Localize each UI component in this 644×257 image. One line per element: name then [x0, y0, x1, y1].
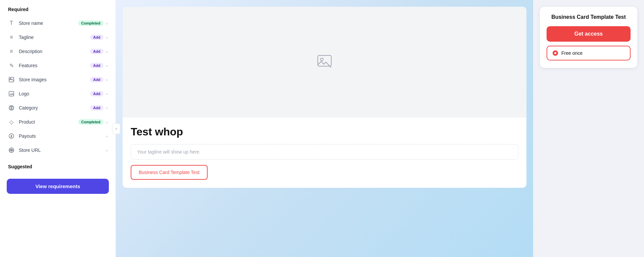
sidebar-item-label-payouts: Payouts — [19, 133, 106, 139]
chevron-icon-category: › — [106, 105, 108, 111]
tagline-placeholder: Your tagline will show up here. — [131, 144, 518, 160]
chevron-icon-description: › — [106, 49, 108, 54]
store-name-badge: Completed — [78, 20, 103, 26]
collapse-handle[interactable]: ‹ — [112, 123, 120, 134]
preview-product-title: Test whop — [131, 126, 518, 138]
sidebar-item-features[interactable]: ✎ Features Add › — [0, 58, 116, 73]
features-badge: Add — [90, 63, 103, 68]
description-badge: Add — [90, 49, 103, 54]
chevron-icon-product: › — [106, 120, 108, 125]
tagline-icon: ≡ — [8, 34, 15, 41]
image-placeholder-icon — [316, 53, 333, 72]
svg-rect-6 — [318, 55, 331, 66]
right-panel: Business Card Template Test Get access F… — [533, 0, 644, 257]
pricing-card: Business Card Template Test Get access F… — [540, 7, 637, 68]
chevron-icon-payouts: › — [106, 134, 108, 139]
description-icon: ≡ — [8, 48, 15, 55]
preview-image-placeholder — [123, 7, 526, 118]
store-url-icon — [8, 147, 15, 154]
category-badge: Add — [90, 105, 103, 111]
sidebar-item-label-store-name: Store name — [19, 20, 78, 26]
suggested-section-title: Suggested — [0, 163, 116, 173]
sidebar-item-label-tagline: Tagline — [19, 35, 90, 40]
chevron-icon-store-name: › — [106, 21, 108, 26]
chevron-icon-store-images: › — [106, 77, 108, 82]
sidebar-item-label-category: Category — [19, 105, 90, 111]
tagline-badge: Add — [90, 35, 103, 40]
main-content: Test whop Your tagline will show up here… — [116, 0, 533, 257]
sidebar-item-logo[interactable]: Logo Add › — [0, 87, 116, 101]
features-icon: ✎ — [8, 62, 15, 69]
sidebar-item-tagline[interactable]: ≡ Tagline Add › — [0, 30, 116, 44]
product-badge: Completed — [78, 119, 103, 125]
sidebar-item-category[interactable]: Category Add › — [0, 101, 116, 115]
chevron-icon-features: › — [106, 63, 108, 68]
sidebar-item-label-store-images: Store images — [19, 77, 90, 82]
sidebar-item-label-logo: Logo — [19, 91, 90, 96]
sidebar: Required T Store name Completed › ≡ Tagl… — [0, 0, 116, 257]
store-images-icon — [8, 76, 15, 83]
chevron-icon-logo: › — [106, 91, 108, 96]
sidebar-item-store-url[interactable]: Store URL › — [0, 143, 116, 157]
store-name-icon: T — [8, 20, 15, 27]
svg-rect-2 — [9, 91, 14, 96]
payouts-icon — [8, 133, 15, 139]
get-access-button[interactable]: Get access — [547, 26, 631, 42]
sidebar-item-label-store-url: Store URL — [19, 147, 106, 153]
product-icon: ◇ — [8, 119, 15, 125]
category-icon — [8, 104, 15, 111]
sidebar-item-store-name[interactable]: T Store name Completed › — [0, 16, 116, 30]
sidebar-item-description[interactable]: ≡ Description Add › — [0, 44, 116, 58]
preview-body: Test whop Your tagline will show up here… — [123, 118, 526, 188]
product-button-preview: Business Card Template Test — [131, 165, 208, 180]
svg-point-7 — [320, 58, 323, 61]
view-requirements-button[interactable]: View requirements — [7, 179, 109, 194]
sidebar-item-label-features: Features — [19, 63, 90, 68]
radio-dot — [553, 50, 558, 56]
logo-badge: Add — [90, 91, 103, 96]
sidebar-item-store-images[interactable]: Store images Add › — [0, 73, 116, 87]
preview-card: Test whop Your tagline will show up here… — [123, 7, 526, 188]
price-option[interactable]: Free once — [547, 46, 631, 60]
sidebar-item-product[interactable]: ◇ Product Completed › — [0, 115, 116, 129]
store-images-badge: Add — [90, 77, 103, 82]
pricing-card-title: Business Card Template Test — [547, 14, 631, 20]
logo-icon — [8, 90, 15, 97]
required-section-title: Required — [0, 7, 116, 16]
chevron-icon-store-url: › — [106, 148, 108, 153]
sidebar-item-label-product: Product — [19, 119, 78, 125]
price-label: Free once — [561, 50, 583, 56]
sidebar-item-label-description: Description — [19, 49, 90, 54]
chevron-icon-tagline: › — [106, 35, 108, 40]
sidebar-item-payouts[interactable]: Payouts › — [0, 129, 116, 143]
